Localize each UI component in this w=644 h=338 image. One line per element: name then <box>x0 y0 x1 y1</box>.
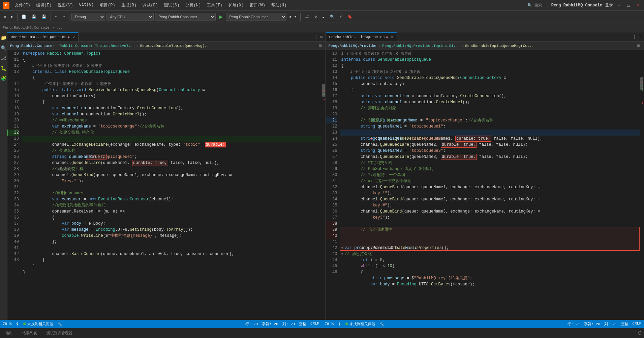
nav-forward-button[interactable]: ▶ <box>9 14 16 20</box>
right-zoom: 78 % <box>325 322 334 326</box>
cpu-config-dropdown[interactable]: Any CPU <box>106 13 154 21</box>
menu-extensions[interactable]: 扩展(X) <box>226 2 247 9</box>
run-dropdown[interactable]: Peng.Rabbit.Consumer <box>226 13 286 21</box>
debug-config-dropdown[interactable]: Debug <box>71 13 105 21</box>
menu-view[interactable]: 视图(V) <box>55 2 76 9</box>
left-encoding: CRLF <box>310 321 319 327</box>
panel-tab-errors[interactable]: 错误列表 <box>20 329 40 337</box>
menu-test[interactable]: 测试(S) <box>161 2 182 9</box>
r-code-line-30: channel.QueueBind(queue: queueName1, exc… <box>340 184 640 190</box>
toolbar-bookmark[interactable]: 🔖 <box>345 14 354 20</box>
right-tab-overflow-button[interactable]: ⟨ <box>632 34 637 40</box>
code-line-20: var exchangeName = "topicsexchange";//交换… <box>22 123 321 130</box>
panel-tab-output[interactable]: 输出 <box>3 329 16 337</box>
menu-help[interactable]: 帮助(H) <box>269 2 289 9</box>
code-line-40 <box>22 245 321 251</box>
git-button[interactable]: ⎇ <box>303 14 311 20</box>
tab-receive-durable[interactable]: ReceiveDura...icsQueue.cs ● ✕ <box>7 32 79 41</box>
new-file-button[interactable]: 📄 <box>20 14 28 20</box>
left-col: 列: 23 <box>282 321 295 327</box>
menu-analyze[interactable]: 分析(N) <box>183 2 204 9</box>
path-overflow-button[interactable]: ⊞ <box>318 43 323 49</box>
right-path-overflow-button[interactable]: ⊞ <box>636 43 641 49</box>
r-code-line-31: "key.*"); <box>340 190 640 196</box>
menu-file[interactable]: 文件(F) <box>12 2 33 9</box>
left-zoom: 78 % <box>3 322 11 326</box>
toolbar-misc-2[interactable]: ☁ <box>320 14 327 20</box>
menu-build[interactable]: 生成(B) <box>119 2 140 9</box>
tab-send-durable[interactable]: SendDurable...icsQueue.cs ● ✕ <box>326 32 397 41</box>
toolbar-misc-1[interactable]: ⚙ <box>312 14 319 20</box>
save-button[interactable]: 💾 <box>30 14 38 20</box>
close-button[interactable]: ✕ <box>635 2 641 9</box>
right-code-lines[interactable]: 1 个引用|0 项更改|0 名作者，0 项更改 internal class S… <box>340 50 640 320</box>
code-line-43: } <box>22 263 321 269</box>
tab-split-button[interactable]: ⊞ <box>319 34 324 40</box>
r-code-line-15: using var connection = connectionFactory… <box>340 93 640 99</box>
debug-sidebar-icon[interactable]: 🐛 <box>1 65 7 72</box>
tab-overflow-button[interactable]: ⟨ <box>314 34 318 40</box>
git-sidebar-icon[interactable]: ⎇ <box>1 55 7 61</box>
left-tab-bar: ReceiveDura...icsQueue.cs ● ✕ ⟨ ⊞ <box>7 32 326 42</box>
tab-close-button[interactable]: ✕ <box>72 35 75 40</box>
r-code-line-20: string queueName1 = "topicsqueue1"; <box>340 123 640 130</box>
right-path-class: Peng.RabbitMQ.Provider.Topics.Si... <box>382 44 460 48</box>
menu-project[interactable]: 项目(P) <box>97 2 118 9</box>
undo-button[interactable]: ↩ <box>53 14 59 20</box>
minimize-button[interactable]: ─ <box>616 2 622 9</box>
r-code-line-38: ◈ var prop = channel.CreateBasicProperti… <box>340 233 640 239</box>
toolbar-misc-4[interactable]: ⚡ <box>338 14 344 20</box>
code-line-27: // 绑定到交互机 <box>22 166 321 172</box>
search-sidebar-icon[interactable]: 🔍 <box>1 45 7 51</box>
start-project-dropdown[interactable]: Peng.Rabbit.Consumer <box>155 13 216 21</box>
code-line-21: // 创建交换机 持久化 <box>22 130 321 136</box>
menu-git[interactable]: Git(G) <box>76 2 96 9</box>
right-git-branch[interactable]: 🔧 <box>379 322 384 326</box>
code-line-39: }; <box>22 239 321 245</box>
search-box[interactable]: 🔍 搜索... <box>527 3 548 8</box>
code-line-22: channel.ExchangeDeclare(exchange: exchan… <box>22 136 321 142</box>
right-tab-split-button[interactable]: ⊞ <box>638 34 642 40</box>
code-line-14: public static void ReceiveDurableTopicsQ… <box>22 87 321 93</box>
extensions-sidebar-icon[interactable]: 🧩 <box>1 76 7 82</box>
run-button[interactable]: ▶ <box>217 13 224 21</box>
menu-tools[interactable]: 工具(T) <box>204 2 225 9</box>
toolbar-misc-3[interactable]: 🔍 <box>328 14 337 20</box>
toolbar-separator-3 <box>69 13 69 21</box>
left-code-lines[interactable]: namespace Rabbit.Consumer.Topics { 1 个引用… <box>22 50 321 320</box>
panel-tab-test[interactable]: 测试资源管理器 <box>44 329 75 337</box>
r-code-line-24: string queueName3 = "topicsqueue3"; <box>340 148 640 154</box>
left-scrollbar[interactable] <box>321 50 326 320</box>
path-sep-1: › <box>56 44 58 48</box>
right-path-sep-2: › <box>461 44 464 48</box>
left-git-branch[interactable]: 🔧 <box>57 322 62 326</box>
run-dropdown-btn[interactable]: ▶ ▾ <box>288 14 299 20</box>
login-button[interactable]: 登录 <box>605 2 613 8</box>
r-code-line-35: "key3"); <box>340 215 640 221</box>
code-line-12: 1 个引用|0 项更改|0 名作者，0 项更改 <box>22 63 321 69</box>
menu-window[interactable]: 窗口(W) <box>247 2 268 9</box>
menu-debug[interactable]: 调试(D) <box>140 2 161 9</box>
tab-close-right-button[interactable]: ✕ <box>391 35 393 40</box>
code-line-26: channel.QueueDeclare(queueName1, durable… <box>22 160 321 166</box>
maximize-button[interactable]: □ <box>625 2 632 9</box>
right-code-content: 10 11 12 13 14 15 16 17 18 19 20 21 22 2… <box>326 50 644 320</box>
right-path-sep-1: › <box>379 44 381 48</box>
code-line-42: } <box>22 257 321 263</box>
app-logo: P <box>3 2 9 9</box>
save-all-button[interactable]: 💾 <box>40 14 49 20</box>
right-status-mic[interactable]: 🎙 <box>338 322 341 326</box>
code-line-36: var body = e.Body; <box>22 221 321 227</box>
menu-edit[interactable]: 编辑(E) <box>34 2 55 9</box>
code-line-24: // 创建队列 <box>22 148 321 154</box>
right-tab-actions: ⟨ ⊞ <box>631 32 644 41</box>
right-scrollbar[interactable] <box>640 50 644 320</box>
redo-button[interactable]: ↪ <box>61 14 67 20</box>
nav-back-button[interactable]: ◀ <box>1 14 8 20</box>
r-code-line-18: string exchangeName = "topicsexchange";/… <box>340 111 640 117</box>
explorer-icon[interactable]: 📁 <box>1 35 7 41</box>
r-code-line-22: string queueName2 = "topicsqueue2"; <box>340 136 640 142</box>
r-code-line-34: channel.QueueBind(queue: queueName3, exc… <box>340 208 640 215</box>
left-status-mic[interactable]: 🎙 <box>16 322 19 326</box>
panel-close-button[interactable]: C <box>638 330 641 336</box>
